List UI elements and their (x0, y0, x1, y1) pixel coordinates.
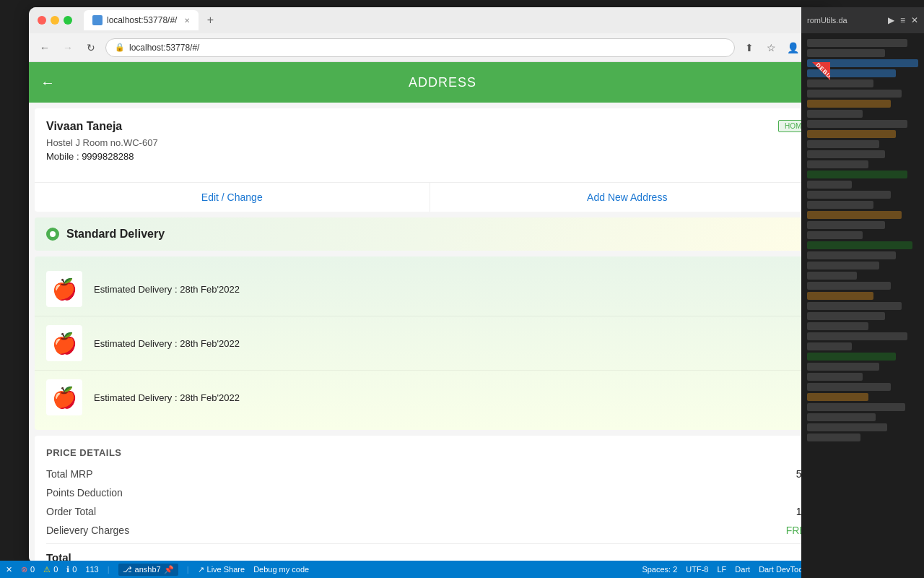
profile-icon[interactable]: 👤 (784, 39, 801, 56)
debug-my-code-button[interactable]: Debug my code (253, 565, 309, 574)
tab-bar: localhost:53778/#/ ✕ + (84, 10, 219, 30)
price-label-deduction: Points Deduction (46, 487, 123, 499)
status-bar: ✕ ⊗ 0 ⚠ 0 ℹ 0 113 | ⎇ anshb7 📌 | ↗ Live … (0, 561, 924, 578)
line-ending-indicator[interactable]: LF (718, 565, 727, 574)
price-label-total: Order Total (46, 506, 96, 517)
delivery-date-1: 28th Feb'2022 (180, 284, 240, 295)
tab-favicon (92, 15, 103, 25)
address-name-row: Vivaan Taneja HOME (46, 120, 813, 133)
vscode-filename: romUtils.da (807, 16, 847, 25)
traffic-lights (38, 16, 72, 25)
share-icon[interactable]: ⬆ (741, 39, 758, 56)
customer-name: Vivaan Taneja (46, 120, 122, 133)
vscode-code-area (801, 33, 924, 449)
item-delivery-3: Estimated Delivery : 28th Feb'2022 (94, 392, 240, 403)
vscode-sidebar: romUtils.da ▶ ≡ ✕ (801, 7, 924, 578)
new-tab-button[interactable]: + (201, 12, 219, 29)
delivery-section: Standard Delivery (35, 217, 824, 251)
address-bar: ← → ↻ 🔒 localhost:53778/#/ ⬆ ☆ 👤 ⋮ (29, 33, 830, 62)
encoding-indicator[interactable]: UTF-8 (686, 565, 708, 574)
warning-icon: ⚠ (43, 565, 51, 574)
item-image-2: 🍎 (46, 325, 82, 361)
add-address-button[interactable]: Add New Address (430, 183, 825, 212)
forward-nav-button[interactable]: → (59, 39, 77, 56)
app-header: ← ADDRESS DEBUG (29, 62, 830, 103)
address-card: Vivaan Taneja HOME Hostel J Room no.WC-6… (35, 108, 824, 212)
item-image-1: 🍎 (46, 271, 82, 307)
price-row-mrp: Total MRP 500 (46, 468, 813, 480)
language-indicator[interactable]: Dart (735, 565, 750, 574)
branch-icon: ⎇ (123, 565, 132, 574)
refresh-button[interactable]: ↻ (82, 39, 100, 56)
active-tab[interactable]: localhost:53778/#/ ✕ (84, 10, 199, 30)
address-details: Vivaan Taneja HOME Hostel J Room no.WC-6… (35, 108, 824, 173)
vscode-menu-icon[interactable]: ≡ (900, 15, 905, 25)
delivery-radio-inner (50, 231, 56, 237)
delivery-label: Standard Delivery (66, 228, 165, 241)
address-street: Hostel J Room no.WC-607 (46, 137, 813, 148)
status-info[interactable]: ℹ 0 (66, 565, 77, 574)
tab-label: localhost:53778/#/ (107, 15, 177, 25)
lock-icon: 🔒 (115, 43, 125, 52)
vscode-run-icon[interactable]: ▶ (888, 15, 894, 25)
price-label-delivery: Delievery Charges (46, 525, 129, 536)
delivery-date-3: 28th Feb'2022 (180, 392, 240, 403)
back-nav-button[interactable]: ← (36, 39, 53, 56)
item-row: 🍎 Estimated Delivery : 28th Feb'2022 (35, 262, 824, 316)
item-delivery-2: Estimated Delivery : 28th Feb'2022 (94, 338, 240, 349)
vscode-toolbar: romUtils.da ▶ ≡ ✕ (801, 7, 924, 33)
price-row-delivery: Delievery Charges FREE (46, 525, 813, 536)
price-row-total: Order Total 100 (46, 506, 813, 517)
tab-close-button[interactable]: ✕ (184, 17, 190, 25)
close-traffic-light[interactable] (38, 16, 46, 25)
bookmark-icon[interactable]: ☆ (762, 39, 780, 56)
spaces-indicator[interactable]: Spaces: 2 (642, 565, 677, 574)
vscode-close-icon[interactable]: ✕ (911, 15, 918, 25)
edit-address-button[interactable]: Edit / Change (35, 183, 430, 212)
minimize-traffic-light[interactable] (51, 16, 59, 25)
price-row-deduction: Points Deduction 50 (46, 487, 813, 499)
status-errors[interactable]: ⊗ 0 (21, 565, 35, 574)
status-close[interactable]: ✕ (6, 565, 12, 574)
delivery-date-2: 28th Feb'2022 (180, 338, 240, 349)
status-divider: | (187, 565, 189, 574)
items-section: 🍎 Estimated Delivery : 28th Feb'2022 🍎 E… (35, 256, 824, 430)
price-label-mrp: Total MRP (46, 468, 93, 480)
error-icon: ⊗ (21, 565, 27, 574)
item-delivery-1: Estimated Delivery : 28th Feb'2022 (94, 284, 240, 295)
url-text: localhost:53778/#/ (129, 43, 199, 53)
app-content: ← ADDRESS DEBUG Vivaan Taneja HOME Hoste… (29, 62, 830, 564)
mobile-number: 9999828288 (82, 151, 134, 162)
address-actions: Edit / Change Add New Address (35, 182, 824, 212)
price-section: PRICE DETAILS Total MRP 500 Points Deduc… (35, 436, 824, 564)
page-title: ADDRESS (66, 75, 819, 90)
item-image-3: 🍎 (46, 379, 82, 415)
item-row: 🍎 Estimated Delivery : 28th Feb'2022 (35, 371, 824, 424)
app-back-button[interactable]: ← (40, 74, 55, 91)
browser-window: localhost:53778/#/ ✕ + ∨ ← → ↻ 🔒 localho… (29, 7, 830, 564)
live-share-button[interactable]: ↗ Live Share (198, 565, 245, 574)
status-branch[interactable]: ⎇ anshb7 📌 (118, 564, 178, 576)
address-mobile: Mobile : 9999828288 (46, 151, 813, 162)
status-count: 113 (85, 565, 98, 574)
title-bar: localhost:53778/#/ ✕ + ∨ (29, 7, 830, 33)
price-title: PRICE DETAILS (46, 447, 813, 458)
delivery-radio-icon[interactable] (46, 228, 59, 241)
info-icon: ℹ (66, 565, 69, 574)
live-share-icon: ↗ (198, 565, 204, 574)
status-divider: | (108, 565, 110, 574)
status-warnings[interactable]: ⚠ 0 (43, 565, 58, 574)
item-row: 🍎 Estimated Delivery : 28th Feb'2022 (35, 316, 824, 371)
fullscreen-traffic-light[interactable] (64, 16, 72, 25)
url-bar[interactable]: 🔒 localhost:53778/#/ (105, 38, 735, 57)
